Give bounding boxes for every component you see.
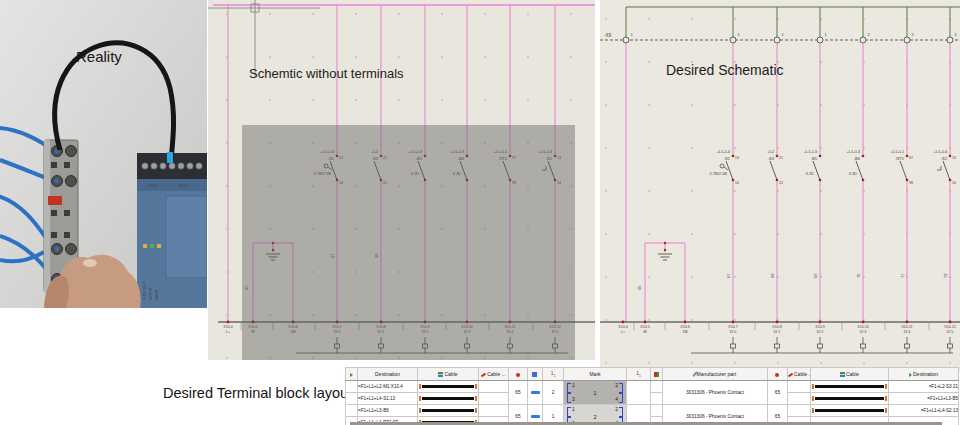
level-right-header[interactable]: 11 [627,368,651,381]
reality-photo-art: 24VDC 24VDC RUN / STOP ERROR MAINT [0,0,207,308]
svg-text:72: 72 [943,273,948,278]
svg-text:+L2: +L2 [767,149,775,154]
table-header-row: Destination Cable Cable ... 11 Mark 11 M… [346,368,959,381]
cable-right-cell [811,405,889,417]
cable-trunc-right-header[interactable]: Cable ... [788,368,811,381]
manufacturer-part-header[interactable]: Manufacturer part [663,368,768,381]
svg-text:X10.10: X10.10 [857,325,868,329]
row-icon-cell-right [651,393,663,405]
cable-left-cell [418,405,479,417]
row-icon-cell [346,381,358,393]
plc-status-leds [143,244,161,248]
destination-left-header[interactable]: Destination [358,368,418,381]
blue-cable-dash [531,391,540,394]
mid-schematic-title: Schemtic without terminals [249,66,404,81]
duo-color-icon [654,372,659,377]
svg-text:+L1+L4: +L1+L4 [933,149,947,154]
red-dot-icon [516,373,520,377]
svg-text:70: 70 [856,273,861,278]
bracket-left-icon [567,393,571,403]
row-icon-cell-right [651,381,663,393]
svg-text:71: 71 [900,273,905,278]
level-count-cell: 2 [543,381,564,405]
cable-trunc-left-cell [479,393,509,405]
svg-text:+L1+L1: +L1+L1 [890,149,904,154]
cable-left-header[interactable]: Cable [418,368,479,381]
right-schematic-title: Desired Schematic [666,62,784,78]
bracket-left-icon [567,407,571,417]
cable-right-cell [811,381,889,393]
cable-bar [422,397,474,400]
destination-left-cell: =F1+L1+L2-M1:X10.4 [358,381,418,393]
svg-text:DI 3: DI 3 [860,330,867,334]
cable-symbol-header[interactable] [528,368,543,381]
blue-ferrule [167,152,173,163]
destination-left-cell: =F1+L1+L3-B6 [358,405,418,417]
table-row[interactable]: =F1+L1+L2-M1:X10.4 65 2 1 2 1 3 4 [346,381,959,393]
green-arrow-icon [350,373,353,377]
bracket-right-icon [619,393,623,403]
table-row[interactable]: =F1+L1+L4-S1:13 =F1+L1+L3-B5 [346,393,959,405]
row-icon-cell [346,405,358,417]
plc-device: 24VDC 24VDC RUN / STOP ERROR MAINT [137,153,207,308]
svg-text:14: 14 [952,181,956,185]
cross-section-cell: 65 [509,381,528,405]
screenshot-canvas: 24VDC 24VDC RUN / STOP ERROR MAINT [0,0,960,425]
svg-text:-S2: -S2 [941,156,948,161]
cable-bar [815,385,884,388]
destination-right-header[interactable]: Destination [889,368,959,381]
svg-text:22: 22 [779,181,783,185]
svg-text:14: 14 [735,181,739,185]
bracket-left-icon [567,383,571,393]
svg-text:13: 13 [735,156,739,160]
red-dot-icon [775,373,779,377]
svg-text:3.2D: 3.2D [806,171,815,176]
schematic-without-terminals-panel: 65 67 68 +L1+L4 -S1 2.7B/2.5B 13 14 [208,0,595,360]
svg-text:+L1+L3: +L1+L3 [846,149,860,154]
selection-overlay [242,125,575,360]
svg-text:2.7B/2.5B: 2.7B/2.5B [709,171,727,176]
cable-trunc-right-cell [788,393,811,405]
terminal-mark-cell[interactable]: 1 2 1 3 4 [564,381,627,405]
destination-right-cell: =F1+L1+L3-B5 [889,393,959,405]
cable-symbol-cell [528,381,543,405]
destination-left-cell: =F1+L1+L4-S1:13 [358,393,418,405]
svg-text:21: 21 [779,156,783,160]
terminal-strip-label: -X9 [604,33,612,38]
svg-text:L+: L+ [621,330,625,334]
plc-voltage-label-2: 24VDC [178,184,189,188]
svg-text:-B6: -B6 [854,156,861,161]
svg-text:L+: L+ [226,330,230,334]
cable-bar [815,409,884,412]
manufacturer-part-cell: 3031306 - Phoenix Contact [663,381,768,405]
svg-text:+L1+L3: +L1+L3 [803,149,817,154]
level-left-header[interactable]: 11 [543,368,564,381]
cable-trunc-left-header[interactable]: Cable ... [479,368,509,381]
svg-text:X10.8: X10.8 [772,325,781,329]
row-icon-cell [346,393,358,405]
bracket-right-icon [619,407,623,417]
svg-text:X10.4: X10.4 [618,325,627,329]
svg-text:X10.6: X10.6 [680,325,689,329]
cable-left-cell [418,393,479,405]
svg-text:69: 69 [813,273,818,278]
mark-header[interactable]: Mark [564,368,627,381]
part-status-header[interactable] [651,368,663,381]
cross-section-right-header[interactable] [768,368,788,381]
cable-right-header[interactable]: Cable [811,368,889,381]
svg-text:X10.11: X10.11 [901,325,912,329]
svg-text:X10.12: X10.12 [944,325,955,329]
svg-text:X10.5: X10.5 [640,325,649,329]
cross-section-header[interactable] [509,368,528,381]
table-row[interactable]: =F1+L1+L3-B6 65 1 1 2 2 3 4 [346,405,959,417]
svg-text:-RT1: -RT1 [895,156,905,161]
red-lever [48,196,62,205]
desired-schematic-panel: -X9 1 1 1 1 2 2 2 [600,0,960,372]
svg-text:M: M [644,330,647,334]
row-type-column-header[interactable] [346,368,358,381]
svg-text:DI 4: DI 4 [904,330,911,334]
plc-run-stop-label: RUN / STOP [143,280,147,300]
cable-cut-icon [481,372,486,377]
svg-text:X10.7: X10.7 [728,325,737,329]
cable-left-cell [418,381,479,393]
